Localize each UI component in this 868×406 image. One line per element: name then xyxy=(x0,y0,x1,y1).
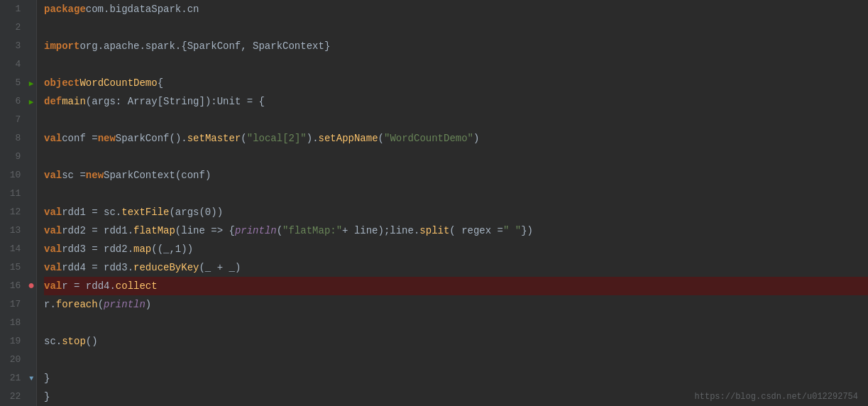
line-number: 4 xyxy=(0,55,26,74)
line-number: 16 xyxy=(0,277,26,295)
code-line: val sc = new SparkContext(conf) xyxy=(44,166,868,185)
line-number: 7 xyxy=(0,111,26,129)
code-line xyxy=(44,18,868,37)
token-string: "WordCountDemo" xyxy=(384,129,473,148)
code-line xyxy=(44,314,868,332)
gutter: 12345▶6▶78910111213141516●1718192021▼22 xyxy=(0,0,37,406)
token-plain: r. xyxy=(44,295,56,314)
breakpoint-icon: ● xyxy=(26,280,36,292)
token-string: "flatMap:" xyxy=(282,221,342,240)
code-line xyxy=(44,111,868,129)
line-number: 11 xyxy=(0,185,26,203)
token-kw-val: val xyxy=(44,129,62,148)
gutter-row: 20 xyxy=(0,351,36,369)
run-arrow-icon: ▶ xyxy=(26,97,36,106)
token-plain: ). xyxy=(307,129,319,148)
token-plain: ]): xyxy=(199,92,216,111)
token-method: main xyxy=(62,92,86,111)
token-plain: (). xyxy=(169,129,187,148)
gutter-row: 8 xyxy=(0,129,36,148)
code-line xyxy=(44,185,868,203)
token-plain: } xyxy=(44,369,50,388)
gutter-row: 7 xyxy=(0,111,36,129)
line-number: 1 xyxy=(0,0,26,18)
fold-icon: ▼ xyxy=(26,375,36,383)
token-plain: sc = xyxy=(62,166,86,185)
token-method: reduceByKey xyxy=(133,258,199,277)
token-plain: rdd2 = rdd1. xyxy=(62,221,133,240)
token-kw-val: val xyxy=(44,166,62,185)
token-method: foreach xyxy=(56,295,98,314)
url-label: https://blog.csdn.net/u012292754 xyxy=(695,392,858,402)
token-plain: ) xyxy=(473,129,479,148)
code-line: val r = rdd4.collect xyxy=(44,277,868,295)
line-number: 21 xyxy=(0,369,26,388)
gutter-row: 2 xyxy=(0,18,36,37)
token-italic-fn: println xyxy=(104,295,145,314)
code-line: def main(args: Array[String]): Unit = { xyxy=(44,92,868,111)
code-line: object WordCountDemo { xyxy=(44,74,868,92)
gutter-row: 21▼ xyxy=(0,369,36,388)
line-number: 12 xyxy=(0,203,26,221)
token-method: collect xyxy=(116,277,158,295)
token-plain: ( xyxy=(86,92,92,111)
token-class-name: SparkConf xyxy=(116,129,170,148)
token-method: stop xyxy=(62,332,86,351)
line-number: 14 xyxy=(0,240,26,258)
token-object-name: WordCountDemo xyxy=(79,74,157,92)
code-line: import org.apache.spark.{SparkConf, Spar… xyxy=(44,37,868,55)
token-plain: org.apache.spark.{SparkConf, SparkContex… xyxy=(79,37,330,55)
line-number: 2 xyxy=(0,18,26,37)
token-method: flatMap xyxy=(133,221,175,240)
code-line xyxy=(44,148,868,166)
token-kw-val: val xyxy=(44,203,62,221)
gutter-row: 18 xyxy=(0,314,36,332)
token-plain: conf = xyxy=(62,129,97,148)
token-plain: () xyxy=(86,332,98,351)
code-line: val rdd3 = rdd2.map((_,1)) xyxy=(44,240,868,258)
token-plain: com.bigdataSpark.cn xyxy=(86,0,199,18)
gutter-row: 19 xyxy=(0,332,36,351)
code-line: val rdd2 = rdd1.flatMap(line => {println… xyxy=(44,221,868,240)
line-number: 5 xyxy=(0,74,26,92)
line-number: 15 xyxy=(0,258,26,277)
token-kw-val: val xyxy=(44,277,62,295)
token-kw-object: object xyxy=(44,74,79,92)
token-kw-new: new xyxy=(98,129,116,148)
gutter-row: 9 xyxy=(0,148,36,166)
token-string: " " xyxy=(503,221,521,240)
token-plain: + line);line. xyxy=(342,221,419,240)
token-method: map xyxy=(133,240,151,258)
token-italic-fn: println xyxy=(235,221,277,240)
gutter-row: 10 xyxy=(0,166,36,185)
code-line xyxy=(44,55,868,74)
token-kw-def: def xyxy=(44,92,62,111)
token-kw-package: package xyxy=(44,0,86,18)
token-plain: r = rdd4. xyxy=(62,277,116,295)
gutter-row: 22 xyxy=(0,388,36,406)
token-plain: ((_,1)) xyxy=(151,240,193,258)
code-lines[interactable]: package com.bigdataSpark.cnimport org.ap… xyxy=(37,0,868,406)
token-plain: }) xyxy=(521,221,533,240)
token-method: textFile xyxy=(121,203,169,221)
gutter-row: 14 xyxy=(0,240,36,258)
gutter-row: 12 xyxy=(0,203,36,221)
code-line: val rdd4 = rdd3.reduceByKey(_ + _) xyxy=(44,258,868,277)
token-plain: ( xyxy=(277,221,282,240)
line-number: 6 xyxy=(0,92,26,111)
code-line: } xyxy=(44,369,868,388)
gutter-row: 16● xyxy=(0,277,36,295)
token-param: args xyxy=(92,92,116,111)
gutter-row: 5▶ xyxy=(0,74,36,92)
token-type-name: String xyxy=(163,92,199,111)
token-kw-import: import xyxy=(44,37,79,55)
gutter-row: 4 xyxy=(0,55,36,74)
token-kw-val: val xyxy=(44,221,62,240)
code-line: sc.stop() xyxy=(44,332,868,351)
token-string: "local[2]" xyxy=(247,129,307,148)
gutter-row: 3 xyxy=(0,37,36,55)
line-number: 22 xyxy=(0,388,26,406)
line-number: 20 xyxy=(0,351,26,369)
token-plain: : Array[ xyxy=(116,92,163,111)
token-kw-val: val xyxy=(44,258,62,277)
